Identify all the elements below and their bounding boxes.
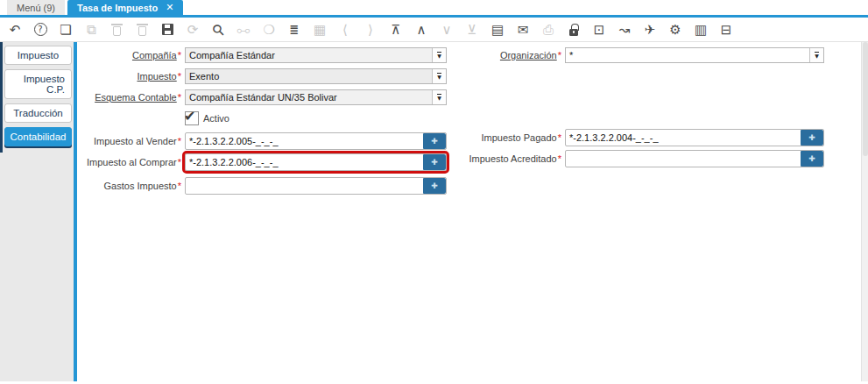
- activo-checkbox[interactable]: ✔: [185, 111, 199, 125]
- field-row-gastos-impuesto: Gastos Impuesto* ✚: [77, 177, 448, 195]
- delete-selection-icon: [131, 19, 152, 40]
- required-asterisk: *: [178, 71, 181, 82]
- send-mail-icon[interactable]: ✈: [639, 19, 660, 40]
- up-icon[interactable]: ∧: [411, 19, 432, 40]
- zoom-across-icon[interactable]: ⊡: [589, 19, 610, 40]
- checkmark-icon: ✔: [184, 108, 195, 124]
- account-lookup-icon: ✚: [431, 158, 438, 167]
- new-record-icon[interactable]: ❏: [55, 19, 76, 40]
- detail-record-icon: ⊻: [462, 19, 483, 40]
- compania-select[interactable]: Compañía Estándar ▼: [185, 47, 447, 63]
- impuesto-al-vender-input[interactable]: [186, 133, 423, 149]
- print-icon: ⎙: [538, 19, 559, 40]
- compania-label: Compañía*: [77, 50, 185, 60]
- preference-icon[interactable]: ⚙: [665, 19, 686, 40]
- sidebar-tab-contabilidad[interactable]: Contabilidad: [4, 127, 72, 146]
- report-find-icon[interactable]: ▥: [690, 19, 711, 40]
- chevron-down-icon: ▼: [437, 73, 441, 80]
- impuesto-acreditado-label: Impuesto Acreditado*: [448, 153, 565, 164]
- chat-icon: ❍: [258, 19, 279, 40]
- field-row-impuesto-acreditado: Impuesto Acreditado* ✚: [448, 150, 826, 167]
- account-lookup-icon: ✚: [808, 154, 815, 163]
- field-row-organizacion: Organización* * ▼: [448, 47, 826, 63]
- required-asterisk: *: [558, 153, 561, 164]
- lock-icon[interactable]: [563, 19, 584, 40]
- compania-value: Compañía Estándar: [186, 48, 432, 62]
- window-tabbar: Menú (9) Tasa de Impuesto ✕: [0, 0, 868, 18]
- tab-tasa-de-impuesto[interactable]: Tasa de Impuesto ✕: [67, 0, 183, 15]
- required-asterisk: *: [178, 92, 181, 103]
- chevron-down-icon: ▼: [815, 52, 819, 59]
- undo-icon[interactable]: ↶: [4, 19, 25, 40]
- history-calendar-icon: ▦: [309, 19, 330, 40]
- organizacion-dropdown-button[interactable]: ▼: [809, 48, 823, 62]
- required-asterisk: *: [178, 136, 181, 146]
- vertical-scrollbar[interactable]: [861, 42, 868, 381]
- gastos-impuesto-input[interactable]: [186, 178, 423, 194]
- find-icon[interactable]: ⚲: [208, 19, 229, 40]
- previous-record-icon: ⟨: [335, 19, 356, 40]
- impuesto-al-comprar-field-highlighted: ✚: [185, 153, 447, 171]
- impuesto-pagado-account-button[interactable]: ✚: [801, 130, 823, 146]
- impuesto-al-vender-account-button[interactable]: ✚: [423, 133, 446, 149]
- tab-menu-label: Menú (9): [17, 3, 55, 13]
- impuesto-select[interactable]: Exento ▼: [185, 68, 447, 84]
- archive-icon[interactable]: ✉: [512, 19, 533, 40]
- tab-menu[interactable]: Menú (9): [7, 0, 65, 15]
- scrollbar-thumb[interactable]: [863, 42, 868, 156]
- required-asterisk: *: [178, 50, 181, 60]
- report-icon[interactable]: ▤: [487, 19, 508, 40]
- next-record-icon: ⟩: [360, 19, 381, 40]
- field-row-impuesto-pagado: Impuesto Pagado* ✚: [448, 129, 826, 146]
- save-icon[interactable]: [157, 19, 178, 40]
- grid-toggle-icon[interactable]: ≣: [284, 19, 305, 40]
- delete-record-icon: [106, 19, 127, 40]
- sidebar-tab-traduccion[interactable]: Traducción: [4, 103, 72, 123]
- impuesto-acreditado-account-button[interactable]: ✚: [801, 151, 823, 167]
- tax-rate-window: Menú (9) Tasa de Impuesto ✕ ↶?❏⧉⟳⚲⧟❍≣▦⟨⟩…: [0, 0, 868, 384]
- organizacion-value: *: [566, 48, 809, 62]
- sidebar-tabs-stack: ImpuestoImpuesto C.P.TraducciónContabili…: [0, 42, 74, 153]
- field-row-impuesto-al-vender: Impuesto al Vender* ✚: [77, 132, 448, 150]
- refresh-icon: ⟳: [182, 19, 203, 40]
- parent-record-icon[interactable]: ⊼: [385, 19, 406, 40]
- field-row-compania: Compañía* Compañía Estándar ▼: [77, 47, 448, 63]
- close-tab-icon[interactable]: ✕: [166, 2, 173, 13]
- field-row-impuesto: Impuesto* Exento ▼: [77, 68, 448, 84]
- compania-dropdown-button[interactable]: ▼: [432, 48, 446, 62]
- impuesto-pagado-field: ✚: [565, 129, 824, 146]
- spacer: [448, 68, 826, 129]
- impuesto-acreditado-field: ✚: [565, 150, 824, 167]
- field-row-activo: ✔ Activo: [185, 110, 448, 125]
- esquema-contable-value: Compañía Estándar UN/35 Bolivar: [186, 90, 432, 104]
- workflow-icon[interactable]: ↝: [614, 19, 635, 40]
- chevron-down-icon: ▼: [437, 52, 441, 59]
- impuesto-value: Exento: [186, 69, 432, 83]
- esquema-contable-dropdown-button[interactable]: ▼: [432, 90, 446, 104]
- sidebar-tab-impuesto-cp[interactable]: Impuesto C.P.: [4, 69, 72, 99]
- form-content: Compañía* Compañía Estándar ▼ Impuesto* …: [77, 42, 868, 381]
- required-asterisk: *: [558, 50, 561, 60]
- impuesto-al-comprar-account-button[interactable]: ✚: [423, 154, 446, 170]
- presentation-icon[interactable]: ⊟: [716, 19, 737, 40]
- impuesto-acreditado-input[interactable]: [566, 151, 801, 167]
- esquema-contable-select[interactable]: Compañía Estándar UN/35 Bolivar ▼: [185, 89, 447, 105]
- impuesto-al-vender-label: Impuesto al Vender*: [77, 136, 185, 146]
- gastos-impuesto-field: ✚: [185, 177, 447, 195]
- sidebar-tab-impuesto[interactable]: Impuesto: [4, 46, 72, 65]
- gastos-impuesto-account-button[interactable]: ✚: [423, 178, 446, 194]
- organizacion-select[interactable]: * ▼: [565, 47, 824, 63]
- impuesto-al-vender-field: ✚: [185, 132, 447, 150]
- account-lookup-icon: ✚: [808, 133, 815, 142]
- form-left-column: Compañía* Compañía Estándar ▼ Impuesto* …: [77, 47, 448, 200]
- help-icon[interactable]: ?: [30, 19, 51, 40]
- organizacion-label: Organización*: [448, 50, 565, 60]
- impuesto-dropdown-button[interactable]: ▼: [432, 69, 446, 83]
- form-right-column: Organización* * ▼ Impuesto Pagado* ✚: [448, 47, 826, 173]
- required-asterisk: *: [178, 157, 181, 167]
- impuesto-al-comprar-input[interactable]: [186, 154, 423, 170]
- impuesto-pagado-input[interactable]: [566, 130, 801, 146]
- tab-tasa-label: Tasa de Impuesto: [77, 3, 158, 13]
- down-icon: ∨: [436, 19, 457, 40]
- toolbar: ↶?❏⧉⟳⚲⧟❍≣▦⟨⟩⊼∧∨⊻▤✉⎙⊡↝✈⚙▥⊟: [0, 18, 868, 42]
